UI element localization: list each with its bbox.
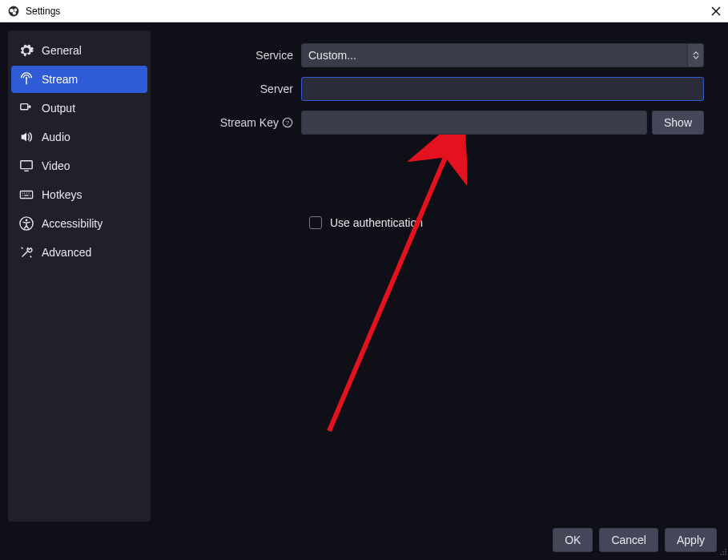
svg-line-12 — [329, 144, 451, 431]
svg-point-9 — [26, 220, 28, 222]
use-authentication-label: Use authentication — [330, 216, 423, 229]
sidebar-item-label: Audio — [42, 131, 70, 143]
sidebar-item-label: Hotkeys — [42, 188, 82, 201]
server-label: Server — [165, 83, 301, 95]
output-icon — [19, 101, 34, 115]
keyboard-icon — [19, 187, 34, 202]
select-spinner-icon[interactable] — [687, 44, 703, 66]
titlebar: Settings — [0, 0, 728, 22]
gear-icon — [19, 43, 34, 58]
sidebar-item-output[interactable]: Output — [11, 95, 147, 122]
sidebar-item-label: Video — [42, 159, 70, 172]
svg-point-2 — [14, 8, 18, 11]
speaker-icon — [19, 130, 34, 144]
stream-key-label: Stream Key — [220, 116, 279, 129]
stream-settings-panel: Service Custom... Server — [151, 30, 720, 522]
svg-rect-5 — [21, 104, 28, 110]
show-key-button[interactable]: Show — [652, 111, 704, 135]
help-icon[interactable]: ? — [282, 117, 293, 128]
sidebar-item-video[interactable]: Video — [11, 152, 147, 179]
dialog-footer: OK Cancel Apply — [8, 522, 720, 552]
service-value: Custom... — [308, 49, 356, 62]
service-label: Service — [165, 49, 301, 62]
apply-button[interactable]: Apply — [665, 528, 717, 552]
sidebar-item-label: General — [42, 44, 82, 57]
sidebar: General Stream Output Audio — [8, 30, 151, 522]
sidebar-item-label: Stream — [42, 73, 78, 86]
accessibility-icon — [19, 216, 34, 231]
sidebar-item-label: Output — [42, 102, 75, 115]
sidebar-item-hotkeys[interactable]: Hotkeys — [11, 181, 147, 208]
svg-text:?: ? — [286, 119, 290, 127]
use-authentication-checkbox[interactable] — [309, 216, 322, 229]
sidebar-item-label: Accessibility — [42, 217, 103, 230]
svg-point-3 — [13, 11, 16, 14]
window-title: Settings — [26, 6, 60, 17]
stream-key-input[interactable] — [301, 111, 647, 135]
row-server: Server — [165, 77, 704, 101]
tools-icon — [19, 245, 34, 260]
resize-grip-icon[interactable] — [718, 546, 726, 559]
svg-rect-7 — [20, 191, 32, 199]
sidebar-item-accessibility[interactable]: Accessibility — [11, 210, 147, 237]
app-icon — [6, 4, 21, 18]
sidebar-item-advanced[interactable]: Advanced — [11, 239, 147, 266]
monitor-icon — [19, 159, 34, 173]
svg-point-4 — [26, 77, 27, 79]
cancel-button[interactable]: Cancel — [599, 528, 658, 552]
svg-rect-6 — [21, 161, 32, 169]
sidebar-item-general[interactable]: General — [11, 37, 147, 64]
annotation-arrow — [323, 135, 467, 439]
row-use-authentication: Use authentication — [309, 216, 704, 229]
sidebar-item-audio[interactable]: Audio — [11, 123, 147, 151]
ok-button[interactable]: OK — [553, 528, 593, 552]
server-input[interactable] — [301, 77, 704, 101]
sidebar-item-stream[interactable]: Stream — [11, 66, 147, 93]
close-icon[interactable] — [710, 6, 722, 17]
sidebar-item-label: Advanced — [42, 246, 91, 259]
service-select[interactable]: Custom... — [301, 43, 704, 67]
antenna-icon — [19, 72, 34, 87]
row-stream-key: Stream Key ? Show — [165, 111, 704, 135]
row-service: Service Custom... — [165, 43, 704, 67]
